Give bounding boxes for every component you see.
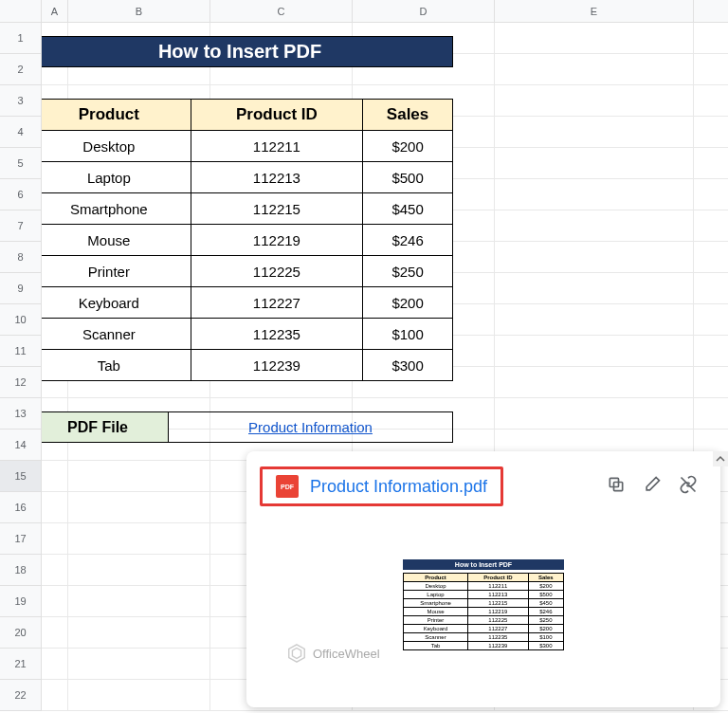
cell[interactable] bbox=[495, 398, 694, 429]
row-header-20[interactable]: 20 bbox=[0, 617, 41, 649]
table-cell[interactable]: Smartphone bbox=[27, 193, 191, 225]
cell[interactable] bbox=[68, 649, 210, 679]
product-info-link[interactable]: Product Information bbox=[248, 419, 373, 435]
cell[interactable] bbox=[42, 680, 68, 710]
row-header-14[interactable]: 14 bbox=[0, 430, 41, 461]
cell[interactable] bbox=[495, 148, 694, 178]
col-header-B[interactable]: B bbox=[68, 0, 210, 22]
th-product[interactable]: Product bbox=[27, 100, 191, 131]
cell[interactable] bbox=[42, 649, 68, 679]
table-cell[interactable]: 112213 bbox=[191, 162, 362, 193]
cell[interactable] bbox=[68, 461, 210, 491]
row-header-3[interactable]: 3 bbox=[0, 85, 41, 117]
cell[interactable] bbox=[495, 367, 694, 397]
row-header-12[interactable]: 12 bbox=[0, 367, 41, 398]
row-header-21[interactable]: 21 bbox=[0, 649, 41, 680]
table-cell[interactable]: Laptop bbox=[27, 162, 191, 193]
select-all-corner[interactable] bbox=[0, 0, 42, 23]
table-row[interactable]: Keyboard112227$200 bbox=[27, 287, 453, 319]
table-cell[interactable]: $450 bbox=[363, 193, 453, 225]
popup-file-name[interactable]: Product Information.pdf bbox=[310, 477, 487, 497]
table-cell[interactable]: 112211 bbox=[191, 131, 362, 162]
cell[interactable] bbox=[495, 273, 694, 303]
table-cell[interactable]: Scanner bbox=[27, 319, 191, 350]
table-row[interactable]: Desktop112211$200 bbox=[27, 131, 453, 162]
row-header-10[interactable]: 10 bbox=[0, 304, 41, 336]
row-header-2[interactable]: 2 bbox=[0, 54, 41, 85]
cell[interactable] bbox=[495, 210, 694, 241]
th-product-id[interactable]: Product ID bbox=[191, 100, 362, 131]
col-header-A[interactable]: A bbox=[42, 0, 68, 22]
cell[interactable] bbox=[495, 336, 694, 366]
table-cell[interactable]: 112225 bbox=[191, 256, 362, 287]
table-cell[interactable]: Mouse bbox=[27, 225, 191, 256]
table-row[interactable]: Smartphone112215$450 bbox=[27, 193, 453, 225]
row-header-8[interactable]: 8 bbox=[0, 242, 41, 273]
table-cell[interactable]: 112239 bbox=[191, 350, 362, 381]
cell[interactable] bbox=[495, 179, 694, 210]
table-row[interactable]: Tab112239$300 bbox=[27, 350, 453, 381]
table-cell[interactable]: 112227 bbox=[191, 287, 362, 319]
unlink-icon[interactable] bbox=[679, 475, 698, 498]
table-cell[interactable]: $500 bbox=[363, 162, 453, 193]
cell[interactable] bbox=[495, 54, 694, 84]
row-header-15[interactable]: 15 bbox=[0, 461, 41, 492]
table-cell[interactable]: $246 bbox=[363, 225, 453, 256]
table-row[interactable]: Mouse112219$246 bbox=[27, 225, 453, 256]
table-cell[interactable]: $200 bbox=[363, 287, 453, 319]
cell[interactable] bbox=[68, 586, 210, 616]
row-header-13[interactable]: 13 bbox=[0, 398, 41, 430]
table-cell[interactable]: Tab bbox=[27, 350, 191, 381]
table-row[interactable]: Scanner112235$100 bbox=[27, 319, 453, 350]
row-header-4[interactable]: 4 bbox=[0, 117, 41, 148]
row-header-22[interactable]: 22 bbox=[0, 680, 41, 711]
row-header-11[interactable]: 11 bbox=[0, 336, 41, 367]
cell[interactable] bbox=[495, 23, 694, 53]
cell[interactable] bbox=[42, 461, 68, 491]
col-header-C[interactable]: C bbox=[210, 0, 353, 22]
cell[interactable] bbox=[42, 523, 68, 554]
table-cell[interactable]: $100 bbox=[363, 319, 453, 350]
col-header-E[interactable]: E bbox=[495, 0, 694, 22]
cell[interactable] bbox=[68, 680, 210, 710]
row-header-16[interactable]: 16 bbox=[0, 492, 41, 523]
cell[interactable] bbox=[495, 242, 694, 272]
edit-link-icon[interactable] bbox=[643, 475, 662, 498]
table-cell[interactable]: 112219 bbox=[191, 225, 362, 256]
row-header-6[interactable]: 6 bbox=[0, 179, 41, 210]
table-cell[interactable]: 112215 bbox=[191, 193, 362, 225]
row-header-17[interactable]: 17 bbox=[0, 523, 41, 555]
cell[interactable] bbox=[42, 492, 68, 522]
row-header-1[interactable]: 1 bbox=[0, 23, 41, 54]
row-header-19[interactable]: 19 bbox=[0, 586, 41, 617]
row-header-5[interactable]: 5 bbox=[0, 148, 41, 179]
table-cell[interactable]: Desktop bbox=[27, 131, 191, 162]
scroll-up-button[interactable] bbox=[713, 451, 728, 466]
popup-preview-area[interactable]: OfficeWheel How to Insert PDF Product Pr… bbox=[260, 521, 707, 687]
cell[interactable] bbox=[68, 492, 210, 522]
cell[interactable] bbox=[495, 85, 694, 116]
table-row[interactable]: Laptop112213$500 bbox=[27, 162, 453, 193]
copy-link-icon[interactable] bbox=[607, 475, 626, 498]
row-header-7[interactable]: 7 bbox=[0, 210, 41, 242]
table-cell[interactable]: $250 bbox=[363, 256, 453, 287]
row-header-18[interactable]: 18 bbox=[0, 555, 41, 586]
cell[interactable] bbox=[42, 617, 68, 648]
pdf-link-cell[interactable]: Product Information bbox=[169, 411, 453, 443]
cell[interactable] bbox=[68, 555, 210, 585]
th-sales[interactable]: Sales bbox=[363, 100, 453, 131]
cell[interactable] bbox=[68, 617, 210, 648]
cell[interactable] bbox=[495, 304, 694, 335]
table-cell[interactable]: $300 bbox=[363, 350, 453, 381]
table-cell[interactable]: Keyboard bbox=[27, 287, 191, 319]
cell[interactable] bbox=[42, 586, 68, 616]
table-row[interactable]: Printer112225$250 bbox=[27, 256, 453, 287]
row-header-9[interactable]: 9 bbox=[0, 273, 41, 304]
table-cell[interactable]: $200 bbox=[363, 131, 453, 162]
cell[interactable] bbox=[68, 523, 210, 554]
cell[interactable] bbox=[42, 555, 68, 585]
table-cell[interactable]: 112235 bbox=[191, 319, 362, 350]
cell[interactable] bbox=[495, 117, 694, 147]
table-cell[interactable]: Printer bbox=[27, 256, 191, 287]
col-header-D[interactable]: D bbox=[353, 0, 495, 22]
